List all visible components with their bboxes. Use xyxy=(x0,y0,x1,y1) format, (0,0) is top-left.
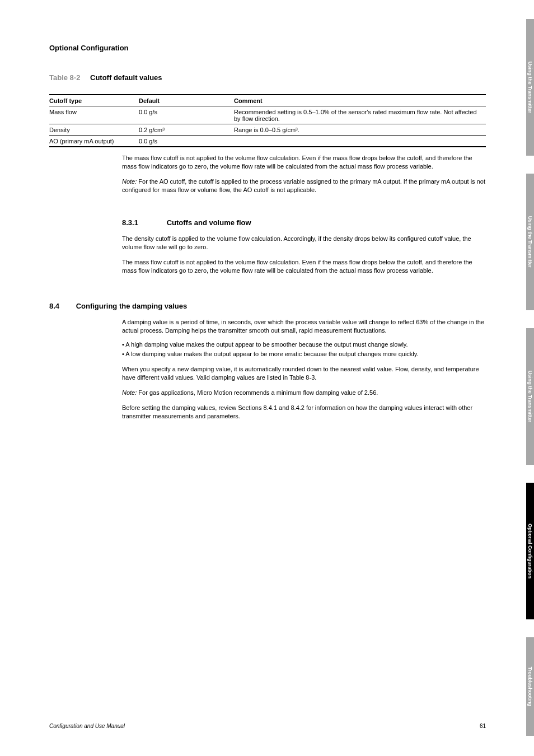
body-text: A damping value is a period of time, in … xyxy=(122,318,486,335)
cutoff-table: Cutoff type Default Comment Mass flow 0.… xyxy=(49,94,486,147)
body-text: Before setting the damping values, revie… xyxy=(122,404,486,421)
heading-number: 8.3.1 xyxy=(122,218,165,227)
side-tab-active: Optional Configuration xyxy=(526,483,534,619)
table-cell: AO (primary mA output) xyxy=(49,136,139,147)
table-cell xyxy=(234,136,486,147)
list-item: A low damping value makes the output app… xyxy=(122,349,486,359)
note-text: For the AO cutoff, the cutoff is applied… xyxy=(122,178,485,193)
table-cell: 0.0 g/s xyxy=(139,106,234,124)
footer-left: Configuration and Use Manual xyxy=(49,723,125,729)
running-head: Optional Configuration xyxy=(49,44,486,52)
table-cell: Mass flow xyxy=(49,106,139,124)
footer: Configuration and Use Manual 61 xyxy=(49,723,486,729)
after-table-para: The mass flow cutoff is not applied to t… xyxy=(122,154,486,171)
table-cell: 0.0 g/s xyxy=(139,136,234,147)
heading-number: 8.4 xyxy=(49,302,74,310)
note-block: Note: For gas applications, Micro Motion… xyxy=(122,389,486,397)
table-header: Comment xyxy=(234,95,486,106)
side-tab-label: Using the Transmitter xyxy=(527,62,533,114)
list-item: A high damping value makes the output ap… xyxy=(122,340,486,349)
side-tab: Using the Transmitter xyxy=(526,174,534,310)
heading-title: Cutoffs and volume flow xyxy=(167,218,251,227)
bullet-list: A high damping value makes the output ap… xyxy=(122,340,486,358)
table-caption-label: Table 8-2 xyxy=(49,73,80,82)
note-text: For gas applications, Micro Motion recom… xyxy=(138,389,378,396)
body-text: The density cutoff is applied to the vol… xyxy=(122,235,486,251)
table-row: AO (primary mA output) 0.0 g/s xyxy=(49,136,486,147)
table-cell: Range is 0.0–0.5 g/cm³. xyxy=(234,124,486,136)
note-block: Note: For the AO cutoff, the cutoff is a… xyxy=(122,178,486,194)
side-tab-label: Using the Transmitter xyxy=(527,371,533,423)
side-tab-label: Optional Configuration xyxy=(527,524,533,578)
side-tabs: Using the Transmitter Using the Transmit… xyxy=(512,0,534,756)
table-cell: 0.2 g/cm³ xyxy=(139,124,234,136)
table-caption: Table 8-2 Cutoff default values xyxy=(49,73,486,82)
side-tab: Using the Transmitter xyxy=(526,328,534,465)
note-label: Note: xyxy=(122,389,137,396)
table-row: Density 0.2 g/cm³ Range is 0.0–0.5 g/cm³… xyxy=(49,124,486,136)
page-number: 61 xyxy=(480,723,486,729)
body-text: The mass flow cutoff is not applied to t… xyxy=(122,258,486,275)
side-tab-label: Using the Transmitter xyxy=(527,216,533,268)
side-tab: Using the Transmitter xyxy=(526,19,534,156)
side-tab: Troubleshooting xyxy=(526,637,534,736)
table-header: Cutoff type xyxy=(49,95,139,106)
side-tab-label: Troubleshooting xyxy=(527,667,533,707)
heading-title: Configuring the damping values xyxy=(76,302,188,310)
table-row: Mass flow 0.0 g/s Recommended setting is… xyxy=(49,106,486,124)
table-cell: Density xyxy=(49,124,139,136)
table-header: Default xyxy=(139,95,234,106)
note-label: Note: xyxy=(122,178,137,185)
table-caption-title: Cutoff default values xyxy=(90,73,162,82)
body-text: When you specify a new damping value, it… xyxy=(122,365,486,382)
heading-8-3-1: 8.3.1 Cutoffs and volume flow xyxy=(122,218,486,227)
table-cell: Recommended setting is 0.5–1.0% of the s… xyxy=(234,106,486,124)
heading-8-4: 8.4 Configuring the damping values xyxy=(49,302,486,310)
